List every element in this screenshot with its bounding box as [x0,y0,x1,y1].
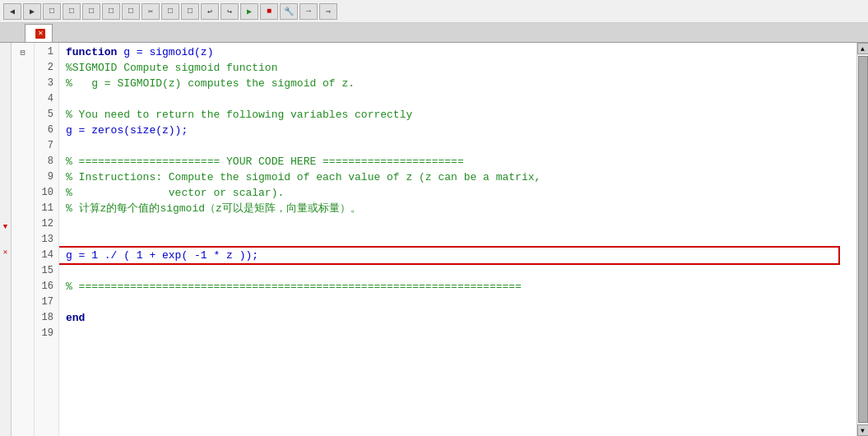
line-num-4: 4 [35,91,58,107]
line-num-9: 9 [35,169,58,185]
toolbar-run-btn[interactable]: ▶ [240,3,258,20]
gutter-18 [12,310,34,326]
code-span: function [66,46,123,58]
line-num-12: 12 [35,216,58,232]
scrollbar[interactable]: ▲ ▼ [856,43,868,436]
code-line-18: end [66,310,856,326]
gutter-19 [12,326,34,341]
gutter-5 [12,107,34,123]
toolbar-step2-btn[interactable]: ⇒ [319,3,337,20]
code-span: g = 1 ./ ( 1 + exp( -1 * z )); [66,249,258,262]
code-span: % You need to return the following varia… [66,109,412,121]
line-num-5: 5 [35,107,58,123]
code-span: %SIGMOID Compute sigmoid function [66,62,277,74]
code-line-14: g = 1 ./ ( 1 + exp( -1 * z )); [66,248,856,263]
line-num-19: 19 [35,326,58,341]
toolbar-redo-btn[interactable]: ↪ [220,3,239,20]
toolbar-back-btn[interactable]: ◀ [3,3,21,20]
toolbar-cut-btn[interactable]: ✂ [142,3,160,20]
line-num-3: 3 [35,76,58,91]
code-span: g = zeros(size(z)); [66,124,188,137]
line-num-6: 6 [35,123,58,138]
tab-sigmoid[interactable]: ✕ [25,24,53,42]
code-line-11: % 计算z的每个值的sigmoid（z可以是矩阵，向量或标量）。 [66,201,856,216]
gutter-1[interactable]: ⊟ [12,44,34,60]
tab-bar: ✕ [0,23,868,43]
code-line-5: % You need to return the following varia… [66,107,856,123]
tab-close-btn[interactable]: ✕ [35,29,45,39]
line-num-13: 13 [35,232,58,248]
line-num-10: 10 [35,185,58,201]
editor-container: ▼ ✕ ⊟ 12345678910111213141516171819 func… [0,43,868,436]
left-gutter: ⊟ [12,43,35,436]
code-span: end [66,312,85,324]
toolbar-debug-btn[interactable]: 🔧 [280,3,298,20]
toolbar: ◀ ▶ □ □ □ □ □ ✂ □ □ ↩ ↪ ▶ ■ 🔧 → ⇒ [0,0,868,23]
line-num-18: 18 [35,310,58,326]
line-num-16: 16 [35,279,58,295]
toolbar-btn-4[interactable]: □ [102,3,120,20]
line-num-2: 2 [35,60,58,76]
code-line-9: % Instructions: Compute the sigmoid of e… [66,169,856,185]
line-num-14: 14 [35,248,58,263]
gutter-6 [12,123,34,138]
code-line-6: g = zeros(size(z)); [66,123,856,138]
code-line-10: % vector or scalar). [66,185,856,201]
code-area[interactable]: function g = sigmoid(z)%SIGMOID Compute … [59,43,856,436]
toolbar-btn-1[interactable]: □ [43,3,61,20]
line-num-7: 7 [35,138,58,154]
code-span: % ====================== YOUR CODE HERE … [66,155,464,168]
code-span: g = sigmoid(z) [123,46,213,58]
code-span: % ======================================… [66,281,522,293]
code-line-4 [66,91,856,107]
toolbar-undo-btn[interactable]: ↩ [201,3,219,20]
code-line-15 [66,263,856,279]
code-span: % g = SIGMOID(z) computes the sigmoid of… [66,77,355,90]
code-line-7 [66,138,856,154]
gutter-17 [12,295,34,310]
line-numbers: 12345678910111213141516171819 [35,43,59,436]
gutter-12 [12,216,34,232]
gutter-13 [12,232,34,248]
code-span: % vector or scalar). [66,187,284,199]
gutter-11 [12,201,34,216]
code-line-19 [66,326,856,341]
code-line-8: % ====================== YOUR CODE HERE … [66,154,856,169]
gutter-14 [12,248,34,263]
indicator-x[interactable]: ✕ [3,248,7,257]
scroll-up-btn[interactable]: ▲ [857,43,869,54]
gutter-8 [12,154,34,169]
side-indicators: ▼ ✕ [0,43,12,436]
toolbar-btn-2[interactable]: □ [63,3,81,20]
toolbar-btn-3[interactable]: □ [82,3,100,20]
toolbar-step-btn[interactable]: → [299,3,318,20]
code-line-13 [66,232,856,248]
line-num-1: 1 [35,44,58,60]
indicator-arrow-down[interactable]: ▼ [3,223,7,231]
toolbar-btn-5[interactable]: □ [122,3,140,20]
code-line-2: %SIGMOID Compute sigmoid function [66,60,856,76]
gutter-4 [12,91,34,107]
gutter-15 [12,263,34,279]
line-num-15: 15 [35,263,58,279]
toolbar-copy-btn[interactable]: □ [161,3,179,20]
gutter-16 [12,279,34,295]
toolbar-paste-btn[interactable]: □ [181,3,199,20]
gutter-3 [12,76,34,91]
line-num-8: 8 [35,154,58,169]
gutter-10 [12,185,34,201]
scroll-thumb[interactable] [858,56,868,423]
line-num-17: 17 [35,295,58,310]
code-span: % Instructions: Compute the sigmoid of e… [66,171,541,183]
code-line-1: function g = sigmoid(z) [66,44,856,60]
code-line-17 [66,295,856,310]
code-line-16: % ======================================… [66,279,856,295]
code-span: % 计算z的每个值的sigmoid（z可以是矩阵，向量或标量）。 [66,202,361,215]
toolbar-stop-btn[interactable]: ■ [260,3,278,20]
toolbar-forward-btn[interactable]: ▶ [23,3,41,20]
gutter-9 [12,169,34,185]
gutter-2 [12,60,34,76]
line-num-11: 11 [35,201,58,216]
code-line-12 [66,216,856,232]
scroll-down-btn[interactable]: ▼ [857,424,869,436]
